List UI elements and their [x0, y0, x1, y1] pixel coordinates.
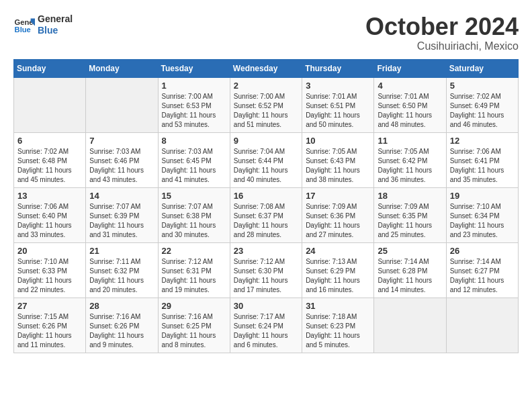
- day-info: Sunrise: 7:03 AMSunset: 6:45 PMDaylight:…: [162, 147, 226, 185]
- day-number: 22: [162, 246, 226, 256]
- weekday-header: Thursday: [302, 59, 374, 77]
- day-number: 10: [306, 136, 370, 146]
- day-info: Sunrise: 7:10 AMSunset: 6:34 PMDaylight:…: [450, 202, 515, 240]
- calendar-cell: 29 Sunrise: 7:16 AMSunset: 6:25 PMDaylig…: [158, 298, 230, 353]
- logo-blue: Blue: [38, 25, 73, 36]
- day-info: Sunrise: 7:04 AMSunset: 6:44 PMDaylight:…: [234, 147, 298, 185]
- day-number: 30: [234, 301, 298, 311]
- day-number: 16: [234, 191, 298, 201]
- day-number: 25: [378, 246, 442, 256]
- logo-general: General: [38, 13, 73, 25]
- calendar-cell: 4 Sunrise: 7:01 AMSunset: 6:50 PMDayligh…: [374, 77, 446, 132]
- day-info: Sunrise: 7:10 AMSunset: 6:33 PMDaylight:…: [17, 257, 82, 295]
- calendar-cell: [14, 77, 86, 132]
- day-info: Sunrise: 7:02 AMSunset: 6:49 PMDaylight:…: [450, 92, 515, 130]
- day-number: 21: [89, 246, 154, 256]
- day-info: Sunrise: 7:00 AMSunset: 6:53 PMDaylight:…: [162, 92, 226, 130]
- calendar-cell: 22 Sunrise: 7:12 AMSunset: 6:31 PMDaylig…: [158, 242, 230, 298]
- weekday-header: Friday: [374, 59, 446, 77]
- day-info: Sunrise: 7:07 AMSunset: 6:38 PMDaylight:…: [162, 202, 226, 240]
- day-number: 20: [17, 246, 82, 256]
- day-number: 11: [378, 136, 442, 146]
- day-info: Sunrise: 7:03 AMSunset: 6:46 PMDaylight:…: [89, 147, 154, 185]
- day-number: 3: [306, 81, 370, 91]
- day-number: 18: [378, 191, 442, 201]
- day-number: 17: [306, 191, 370, 201]
- day-number: 8: [162, 136, 226, 146]
- logo: General Blue General Blue: [13, 13, 73, 36]
- weekday-header: Tuesday: [158, 59, 230, 77]
- day-info: Sunrise: 7:14 AMSunset: 6:28 PMDaylight:…: [378, 257, 442, 295]
- calendar-cell: 10 Sunrise: 7:05 AMSunset: 6:43 PMDaylig…: [302, 132, 374, 187]
- day-info: Sunrise: 7:09 AMSunset: 6:35 PMDaylight:…: [378, 202, 442, 240]
- day-info: Sunrise: 7:05 AMSunset: 6:42 PMDaylight:…: [378, 147, 442, 185]
- day-info: Sunrise: 7:01 AMSunset: 6:51 PMDaylight:…: [306, 92, 370, 130]
- calendar-cell: 3 Sunrise: 7:01 AMSunset: 6:51 PMDayligh…: [302, 77, 374, 132]
- calendar-cell: 21 Sunrise: 7:11 AMSunset: 6:32 PMDaylig…: [86, 242, 158, 298]
- day-info: Sunrise: 7:14 AMSunset: 6:27 PMDaylight:…: [450, 257, 515, 295]
- calendar-cell: 17 Sunrise: 7:09 AMSunset: 6:36 PMDaylig…: [302, 187, 374, 242]
- logo-icon: General Blue: [13, 14, 35, 36]
- calendar-cell: 31 Sunrise: 7:18 AMSunset: 6:23 PMDaylig…: [302, 298, 374, 353]
- day-number: 28: [89, 301, 154, 311]
- calendar-cell: 13 Sunrise: 7:06 AMSunset: 6:40 PMDaylig…: [14, 187, 86, 242]
- day-number: 6: [17, 136, 82, 146]
- day-info: Sunrise: 7:17 AMSunset: 6:24 PMDaylight:…: [234, 312, 298, 350]
- calendar-cell: 11 Sunrise: 7:05 AMSunset: 6:42 PMDaylig…: [374, 132, 446, 187]
- day-info: Sunrise: 7:06 AMSunset: 6:41 PMDaylight:…: [450, 147, 515, 185]
- day-number: 31: [306, 301, 370, 311]
- day-number: 14: [89, 191, 154, 201]
- calendar-cell: 25 Sunrise: 7:14 AMSunset: 6:28 PMDaylig…: [374, 242, 446, 298]
- day-info: Sunrise: 7:15 AMSunset: 6:26 PMDaylight:…: [17, 312, 82, 350]
- month-title: October 2024: [365, 13, 519, 40]
- day-info: Sunrise: 7:02 AMSunset: 6:48 PMDaylight:…: [17, 147, 82, 185]
- day-info: Sunrise: 7:12 AMSunset: 6:30 PMDaylight:…: [234, 257, 298, 295]
- calendar-cell: 30 Sunrise: 7:17 AMSunset: 6:24 PMDaylig…: [230, 298, 302, 353]
- day-info: Sunrise: 7:12 AMSunset: 6:31 PMDaylight:…: [162, 257, 226, 295]
- calendar-cell: 24 Sunrise: 7:13 AMSunset: 6:29 PMDaylig…: [302, 242, 374, 298]
- calendar-cell: 18 Sunrise: 7:09 AMSunset: 6:35 PMDaylig…: [374, 187, 446, 242]
- day-number: 9: [234, 136, 298, 146]
- calendar-cell: [446, 298, 518, 353]
- calendar-cell: 2 Sunrise: 7:00 AMSunset: 6:52 PMDayligh…: [230, 77, 302, 132]
- calendar-cell: 28 Sunrise: 7:16 AMSunset: 6:26 PMDaylig…: [86, 298, 158, 353]
- day-info: Sunrise: 7:09 AMSunset: 6:36 PMDaylight:…: [306, 202, 370, 240]
- day-number: 15: [162, 191, 226, 201]
- day-number: 24: [306, 246, 370, 256]
- calendar-cell: 8 Sunrise: 7:03 AMSunset: 6:45 PMDayligh…: [158, 132, 230, 187]
- day-number: 5: [450, 81, 515, 91]
- day-info: Sunrise: 7:11 AMSunset: 6:32 PMDaylight:…: [89, 257, 154, 295]
- weekday-header: Wednesday: [230, 59, 302, 77]
- day-info: Sunrise: 7:16 AMSunset: 6:26 PMDaylight:…: [89, 312, 154, 350]
- day-number: 19: [450, 191, 515, 201]
- calendar-cell: 6 Sunrise: 7:02 AMSunset: 6:48 PMDayligh…: [14, 132, 86, 187]
- title-block: October 2024 Cusihuiriachi, Mexico: [365, 13, 519, 52]
- calendar-cell: [374, 298, 446, 353]
- day-info: Sunrise: 7:07 AMSunset: 6:39 PMDaylight:…: [89, 202, 154, 240]
- day-number: 29: [162, 301, 226, 311]
- day-number: 26: [450, 246, 515, 256]
- location-subtitle: Cusihuiriachi, Mexico: [365, 40, 519, 52]
- day-number: 12: [450, 136, 515, 146]
- day-number: 27: [17, 301, 82, 311]
- day-number: 23: [234, 246, 298, 256]
- calendar-cell: 5 Sunrise: 7:02 AMSunset: 6:49 PMDayligh…: [446, 77, 518, 132]
- day-info: Sunrise: 7:18 AMSunset: 6:23 PMDaylight:…: [306, 312, 370, 350]
- day-info: Sunrise: 7:06 AMSunset: 6:40 PMDaylight:…: [17, 202, 82, 240]
- day-info: Sunrise: 7:16 AMSunset: 6:25 PMDaylight:…: [162, 312, 226, 350]
- calendar-cell: 26 Sunrise: 7:14 AMSunset: 6:27 PMDaylig…: [446, 242, 518, 298]
- day-info: Sunrise: 7:01 AMSunset: 6:50 PMDaylight:…: [378, 92, 442, 130]
- calendar-cell: [86, 77, 158, 132]
- weekday-header: Monday: [86, 59, 158, 77]
- calendar-cell: 27 Sunrise: 7:15 AMSunset: 6:26 PMDaylig…: [14, 298, 86, 353]
- weekday-header: Sunday: [14, 59, 86, 77]
- calendar-cell: 19 Sunrise: 7:10 AMSunset: 6:34 PMDaylig…: [446, 187, 518, 242]
- svg-text:Blue: Blue: [15, 26, 31, 34]
- calendar-cell: 20 Sunrise: 7:10 AMSunset: 6:33 PMDaylig…: [14, 242, 86, 298]
- day-number: 7: [89, 136, 154, 146]
- day-info: Sunrise: 7:13 AMSunset: 6:29 PMDaylight:…: [306, 257, 370, 295]
- day-info: Sunrise: 7:00 AMSunset: 6:52 PMDaylight:…: [234, 92, 298, 130]
- calendar-cell: 12 Sunrise: 7:06 AMSunset: 6:41 PMDaylig…: [446, 132, 518, 187]
- day-number: 4: [378, 81, 442, 91]
- calendar-cell: 16 Sunrise: 7:08 AMSunset: 6:37 PMDaylig…: [230, 187, 302, 242]
